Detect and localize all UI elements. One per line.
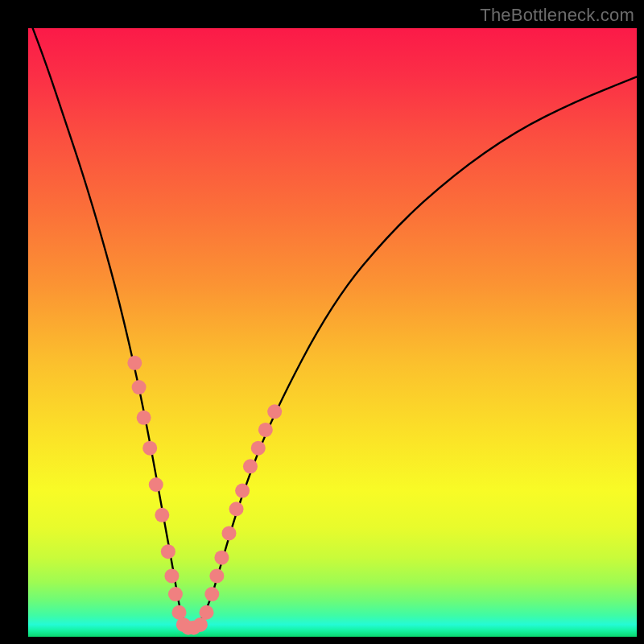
chart-frame: TheBottleneck.com [0,0,644,644]
bottleneck-curve-path [28,16,637,627]
marker-dot [164,568,179,583]
marker-dot [132,380,147,394]
marker-dot [155,508,169,522]
marker-dot [267,404,282,419]
marker-dot [137,411,151,425]
marker-dot [204,587,219,601]
marker-dot [221,526,236,540]
chart-svg [28,28,637,637]
plot-area [28,28,637,637]
marker-dot [243,459,258,473]
marker-dots [127,356,282,635]
curve-line [28,16,637,627]
marker-dot [127,356,142,370]
marker-dot [142,441,157,456]
watermark-text: TheBottleneck.com [480,5,634,26]
marker-dot [161,544,175,559]
marker-dot [168,587,183,601]
marker-dot [251,441,266,456]
marker-dot [149,477,163,492]
marker-dot [214,551,229,565]
marker-dot [235,484,250,498]
marker-dot [209,568,224,583]
marker-dot [258,423,273,437]
marker-dot [200,605,214,620]
marker-dot [229,502,244,516]
